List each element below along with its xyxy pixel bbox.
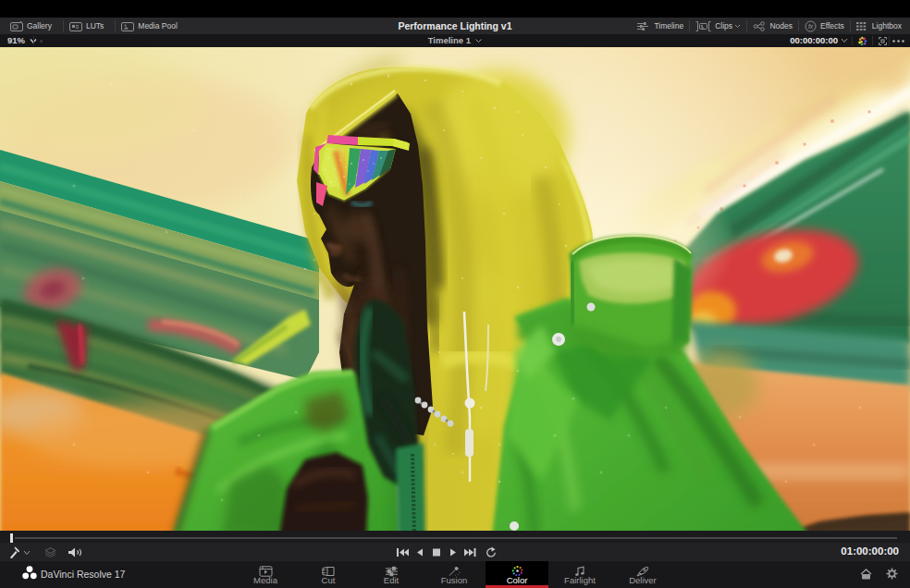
svg-text:fx: fx [808, 23, 814, 30]
